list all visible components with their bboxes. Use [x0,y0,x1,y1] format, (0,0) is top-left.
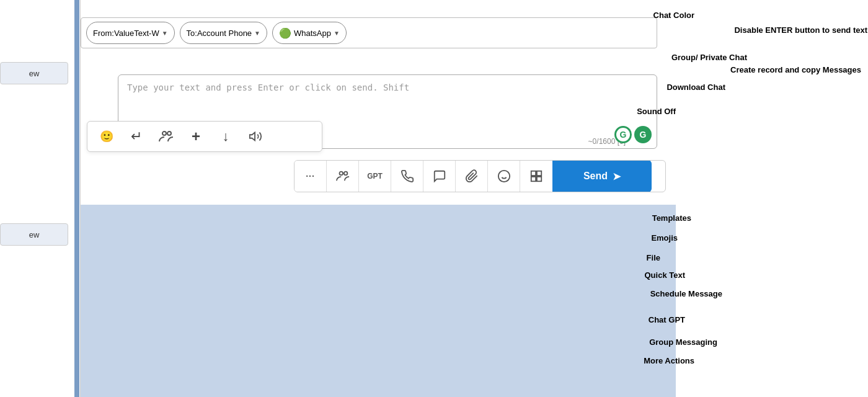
grammarly-outline-icon: G [614,126,632,143]
annotation-create-record: Create record and copy Messages [730,65,861,74]
send-label: Send [583,171,608,182]
main-container: ew ew From:ValueText-W ▼ To:Account Phon… [0,0,868,397]
sidebar-item-2-label: ew [29,230,40,239]
bottom-toolbar: ··· GPT [294,160,666,192]
send-arrow-icon: ➤ [613,171,621,182]
grammarly-fill-icon: G [634,126,652,143]
svg-rect-43 [537,171,541,176]
whatsapp-label: WhatsApp [294,29,331,38]
quick-text-button[interactable] [423,160,456,192]
group-messaging-icon [336,169,350,183]
svg-point-37 [339,172,343,176]
to-arrow: ▼ [254,30,260,37]
top-toolbar: From:ValueText-W ▼ To:Account Phone ▼ 🟢 … [81,17,657,48]
annotation-more-actions: More Actions [644,356,694,365]
annotation-group-private: Group/ Private Chat [671,53,747,62]
svg-point-39 [498,171,509,182]
templates-button[interactable] [520,160,552,192]
download-icon[interactable]: ↓ [216,127,235,146]
annotation-quick-text: Quick Text [644,270,685,280]
emojis-button[interactable] [488,160,520,192]
whatsapp-dropdown[interactable]: 🟢 WhatsApp ▼ [272,22,347,44]
sidebar-item-2[interactable]: ew [0,223,68,246]
more-actions-button[interactable]: ··· [294,160,327,192]
from-arrow: ▼ [162,30,168,37]
send-button[interactable]: Send ➤ [552,160,652,192]
whatsapp-icon: 🟢 [279,27,291,39]
annotation-disable-enter: Disable ENTER button to send text [734,25,867,35]
file-icon [465,169,479,183]
sidebar-item-1[interactable]: ew [0,62,68,84]
file-button[interactable] [456,160,488,192]
svg-point-34 [162,132,166,135]
annotation-download-chat: Download Chat [666,83,725,92]
icon-toolbar: 🙂 ↵ + ↓ [87,121,322,152]
to-label: To:Account Phone [187,29,252,38]
from-dropdown[interactable]: From:ValueText-W ▼ [86,22,175,44]
message-textarea[interactable]: Type your text and press Enter or click … [118,75,657,125]
annotation-chat-gpt: Chat GPT [649,315,685,324]
group-messaging-button[interactable] [327,160,359,192]
more-actions-icon: ··· [306,171,315,181]
schedule-icon [401,169,414,183]
svg-rect-42 [531,171,536,176]
annotation-templates: Templates [652,213,691,223]
chat-messages-area [81,205,676,397]
svg-marker-36 [250,133,255,141]
annotation-schedule-message: Schedule Message [650,289,722,298]
annotation-chat-color: Chat Color [653,11,694,20]
grammarly-icons: G G [614,126,652,143]
annotation-file: File [647,253,660,262]
whatsapp-arrow: ▼ [334,30,340,37]
emojis-icon [497,169,511,183]
chat-gpt-icon: GPT [367,172,383,181]
group-icon[interactable] [157,127,175,146]
annotation-group-messaging: Group Messaging [649,337,717,347]
add-icon[interactable]: + [187,127,205,146]
sound-icon[interactable] [246,127,265,146]
schedule-message-button[interactable] [391,160,423,192]
from-label: From:ValueText-W [93,29,159,38]
chat-gpt-button[interactable]: GPT [359,160,391,192]
annotation-emojis: Emojis [651,233,678,243]
sidebar-item-1-label: ew [29,69,40,78]
quick-text-icon [433,169,446,183]
return-icon[interactable]: ↵ [127,127,146,146]
svg-rect-44 [531,177,536,181]
annotation-sound-off: Sound Off [637,107,676,116]
to-dropdown[interactable]: To:Account Phone ▼ [180,22,267,44]
svg-point-35 [167,132,171,135]
svg-point-38 [343,172,347,176]
svg-rect-45 [537,177,541,181]
sidebar: ew ew [0,0,81,397]
templates-icon [529,169,543,183]
emoji-icon[interactable]: 🙂 [97,127,116,146]
sidebar-blue-bar [74,0,79,397]
